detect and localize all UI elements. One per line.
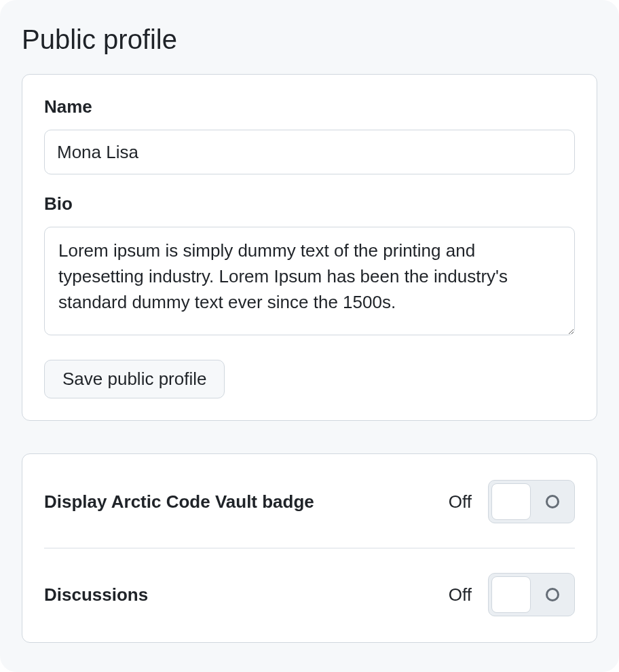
discussions-label: Discussions xyxy=(44,584,148,605)
bio-field-group: Bio xyxy=(44,193,575,338)
bio-label: Bio xyxy=(44,193,575,214)
settings-page: Public profile Name Bio Save public prof… xyxy=(0,0,619,672)
toggles-panel: Display Arctic Code Vault badge Off Disc… xyxy=(22,453,597,643)
toggle-off-icon xyxy=(546,495,559,508)
discussions-status: Off xyxy=(449,584,472,605)
name-field-group: Name xyxy=(44,96,575,174)
discussions-controls: Off xyxy=(449,573,575,616)
name-input[interactable] xyxy=(44,130,575,174)
arctic-badge-toggle[interactable] xyxy=(488,480,575,523)
page-title: Public profile xyxy=(22,24,597,55)
toggle-thumb xyxy=(491,576,531,613)
discussions-row: Discussions Off xyxy=(44,569,575,620)
save-profile-button[interactable]: Save public profile xyxy=(44,360,225,398)
toggle-thumb xyxy=(491,483,531,520)
arctic-badge-label: Display Arctic Code Vault badge xyxy=(44,491,314,512)
bio-textarea[interactable] xyxy=(44,227,575,335)
name-label: Name xyxy=(44,96,575,117)
profile-form-panel: Name Bio Save public profile xyxy=(22,74,597,421)
toggle-off-icon xyxy=(546,588,559,601)
discussions-toggle[interactable] xyxy=(488,573,575,616)
arctic-badge-status: Off xyxy=(449,491,472,512)
arctic-badge-controls: Off xyxy=(449,480,575,523)
divider xyxy=(44,548,575,548)
arctic-badge-row: Display Arctic Code Vault badge Off xyxy=(44,476,575,527)
